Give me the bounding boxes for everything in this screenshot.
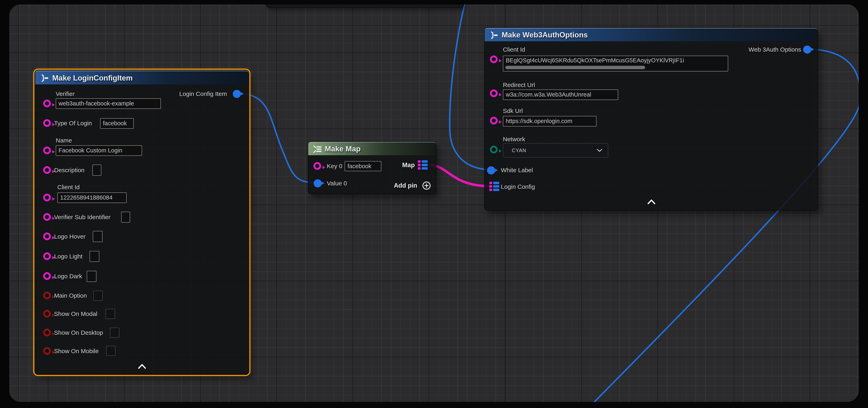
pin-label-main-option: Main Option xyxy=(54,292,87,300)
client-id-input[interactable]: 1222658941886084 xyxy=(57,193,127,203)
pin-label-verifier-sub-identifier: Verifier Sub Identifier xyxy=(54,213,111,221)
logo-dark-input[interactable] xyxy=(87,271,96,282)
output-pin-label: Login Config Item xyxy=(179,90,227,98)
pin-label-show-on-mobile: Show On Mobile xyxy=(54,347,99,355)
logo-hover-input[interactable] xyxy=(93,231,102,242)
show-on-modal-checkbox[interactable] xyxy=(105,309,115,319)
logo-light-input[interactable] xyxy=(90,251,99,262)
input-pin-logo-light[interactable] xyxy=(43,252,51,260)
add-pin-label: Add pin xyxy=(394,182,417,189)
output-pin-map[interactable] xyxy=(418,160,428,170)
type-of-login-input[interactable]: facebook xyxy=(100,118,134,129)
input-pin-type-of-login[interactable] xyxy=(43,119,51,127)
pin-label-show-on-modal: Show On Modal xyxy=(54,310,97,318)
input-pin-value0[interactable] xyxy=(314,179,322,188)
input-pin-white-label[interactable] xyxy=(487,166,495,174)
node-header[interactable]: Make Web3AuthOptions xyxy=(485,28,817,41)
pin-label-value0: Value 0 xyxy=(327,179,347,187)
node-make-web3authoptions[interactable]: Make Web3AuthOptions Web 3Auth Options C… xyxy=(484,28,818,210)
pin-label-white-label: White Label xyxy=(501,166,533,174)
input-pin-redirect-url[interactable] xyxy=(490,90,498,97)
input-pin-verifier[interactable] xyxy=(43,100,51,107)
client-id-input[interactable]: BEglQSgt4cUWcj6SKRdu5QkOXTsePmMcusG5EAoy… xyxy=(503,56,728,71)
pin-label-show-on-desktop: Show On Desktop xyxy=(54,329,103,337)
pin-label-sdk-url: Sdk Url xyxy=(503,107,523,115)
input-pin-show-on-modal[interactable] xyxy=(43,310,51,317)
pin-label-logo-light: Logo Light xyxy=(54,252,83,260)
pin-label-redirect-url: Redirect Url xyxy=(503,81,535,89)
pin-label-name: Name xyxy=(56,137,72,144)
offscreen-node-bottom[interactable] xyxy=(266,4,464,8)
graph-world: Make LoginConfigItem Login Config Item V… xyxy=(9,4,859,402)
redirect-url-input[interactable]: w3a://com.w3a.Web3AuthUnreal xyxy=(503,90,618,100)
sdk-url-input[interactable]: https://sdk.openlogin.com xyxy=(503,116,596,127)
main-option-checkbox[interactable] xyxy=(93,291,103,301)
node-header[interactable]: Make Map xyxy=(308,142,436,155)
output-pin-web3auth-options[interactable] xyxy=(803,45,811,54)
show-on-mobile-checkbox[interactable] xyxy=(106,346,116,356)
make-struct-icon xyxy=(490,31,499,39)
node-title: Make Web3AuthOptions xyxy=(502,31,588,39)
input-pin-key0[interactable] xyxy=(313,162,321,170)
pin-label-client-id: Client Id xyxy=(503,46,525,54)
blueprint-graph-viewport[interactable]: Make LoginConfigItem Login Config Item V… xyxy=(9,4,859,402)
input-pin-name[interactable] xyxy=(43,146,51,154)
input-pin-logo-hover[interactable] xyxy=(43,233,51,240)
pin-label-key0: Key 0 xyxy=(327,162,342,170)
pin-label-description: Description xyxy=(54,166,85,174)
output-pin-label: Web 3Auth Options xyxy=(748,46,801,54)
input-pin-main-option[interactable] xyxy=(43,292,51,299)
node-title: Make LoginConfigItem xyxy=(52,74,133,82)
collapse-node-chevron-icon[interactable] xyxy=(137,364,147,369)
input-pin-logo-dark[interactable] xyxy=(43,272,51,280)
pin-label-client-id: Client Id xyxy=(57,183,80,191)
add-pin-icon[interactable] xyxy=(422,181,431,190)
node-title: Make Map xyxy=(325,145,361,153)
node-make-map[interactable]: Make Map Key 0 facebook Map Value 0 Add … xyxy=(308,141,436,194)
input-pin-client-id[interactable] xyxy=(490,56,498,63)
input-pin-description[interactable] xyxy=(43,166,51,174)
collapse-node-chevron-icon[interactable] xyxy=(647,199,656,204)
pin-label-login-config: Login Config xyxy=(501,183,535,191)
show-on-desktop-checkbox[interactable] xyxy=(110,328,119,338)
client-id-scrollbar[interactable] xyxy=(505,66,645,69)
input-pin-login-config[interactable] xyxy=(489,182,499,191)
pin-label-logo-dark: Logo Dark xyxy=(54,272,82,280)
input-pin-client-id[interactable] xyxy=(43,194,51,201)
node-header[interactable]: Make LoginConfigItem xyxy=(35,71,248,84)
chevron-down-icon xyxy=(596,148,602,152)
wire-loginconfigitem-to-value0[interactable] xyxy=(239,94,318,183)
output-pin-login-config-item[interactable] xyxy=(233,90,241,98)
pin-label-type-of-login: Type Of Login xyxy=(54,120,92,127)
network-dropdown[interactable]: CYAN xyxy=(503,143,608,158)
node-make-loginconfigitem[interactable]: Make LoginConfigItem Login Config Item V… xyxy=(35,70,249,374)
input-pin-verifier-sub-identifier[interactable] xyxy=(43,213,51,221)
make-map-icon xyxy=(313,145,323,153)
input-pin-show-on-desktop[interactable] xyxy=(43,329,51,336)
client-id-text: BEglQSgt4cUWcj6SKRdu5QkOXTsePmMcusG5EAoy… xyxy=(506,57,684,64)
input-pin-network[interactable] xyxy=(490,146,498,154)
verifier-input[interactable]: web3auth-facebook-example xyxy=(56,98,161,109)
description-input[interactable] xyxy=(92,165,101,176)
key0-input[interactable]: facebook xyxy=(345,161,381,171)
input-pin-show-on-mobile[interactable] xyxy=(43,347,51,355)
name-input[interactable]: Facebook Custom Login xyxy=(56,145,142,156)
pin-label-verifier: Verifier xyxy=(56,90,74,98)
pin-label-logo-hover: Logo Hover xyxy=(54,233,86,240)
pin-label-network: Network xyxy=(503,135,525,143)
output-pin-label-map: Map xyxy=(402,162,415,169)
network-selected-value: CYAN xyxy=(512,147,526,154)
verifier-sub-identifier-input[interactable] xyxy=(121,212,130,223)
input-pin-sdk-url[interactable] xyxy=(490,117,498,125)
make-struct-icon xyxy=(40,74,50,82)
